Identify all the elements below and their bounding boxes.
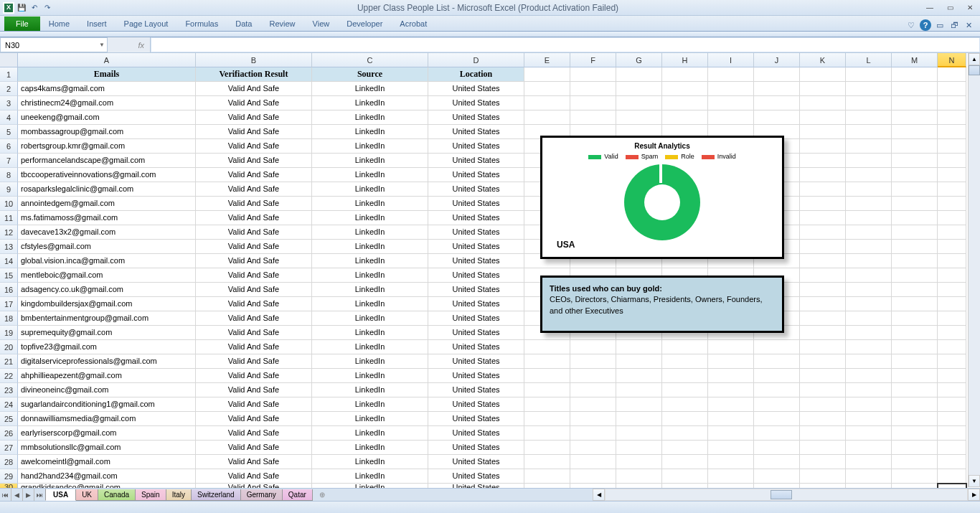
cell-H27[interactable]	[662, 441, 708, 455]
cell-M29[interactable]	[892, 469, 938, 484]
cell-A29[interactable]: hand2hand234@gmail.com	[18, 469, 196, 484]
cell-N23[interactable]	[938, 383, 966, 397]
ribbon-minimize-icon[interactable]: ▭	[934, 19, 946, 31]
row-header-5[interactable]: 5	[0, 125, 18, 139]
row-header-21[interactable]: 21	[0, 354, 18, 369]
cell-F23[interactable]	[570, 383, 616, 397]
cell-F4[interactable]	[570, 110, 616, 125]
cell-A11[interactable]: ms.fatimamoss@gmail.com	[18, 211, 196, 225]
cell-N21[interactable]	[938, 354, 966, 369]
cell-B15[interactable]: Valid And Safe	[196, 268, 312, 283]
cell-C17[interactable]: LinkedIn	[312, 297, 428, 311]
cell-A8[interactable]: tbccooperativeinnovations@gmail.com	[18, 168, 196, 182]
scroll-left-icon[interactable]: ◀	[593, 489, 605, 501]
cell-J27[interactable]	[754, 441, 800, 455]
cell-L8[interactable]	[846, 168, 892, 182]
cell-A6[interactable]: robertsgroup.kmr@gmail.com	[18, 139, 196, 154]
cell-F20[interactable]	[570, 340, 616, 354]
cell-D20[interactable]: United States	[428, 340, 524, 354]
save-icon[interactable]: 💾	[16, 2, 27, 14]
cell-L19[interactable]	[846, 326, 892, 340]
cell-H28[interactable]	[662, 455, 708, 469]
cell-I4[interactable]	[708, 110, 754, 125]
cell-M21[interactable]	[892, 354, 938, 369]
cell-B3[interactable]: Valid And Safe	[196, 96, 312, 110]
tab-data[interactable]: Data	[227, 17, 260, 31]
cell-M22[interactable]	[892, 369, 938, 383]
cell-D7[interactable]: United States	[428, 154, 524, 168]
cell-M18[interactable]	[892, 311, 938, 326]
sheet-tab-qatar[interactable]: Qatar	[282, 489, 313, 501]
cell-H3[interactable]	[662, 96, 708, 110]
sheet-tab-germany[interactable]: Germany	[240, 489, 283, 501]
cell-A14[interactable]: global.vision.inca@gmail.com	[18, 254, 196, 268]
cell-G27[interactable]	[616, 441, 662, 455]
row-header-2[interactable]: 2	[0, 82, 18, 96]
cell-H26[interactable]	[662, 426, 708, 441]
cell-C1[interactable]: Source	[312, 67, 428, 82]
row-header-27[interactable]: 27	[0, 441, 18, 455]
cell-H2[interactable]	[662, 82, 708, 96]
cell-B28[interactable]: Valid And Safe	[196, 455, 312, 469]
info-textbox[interactable]: Titles used who can buy gold: CEOs, Dire…	[540, 276, 784, 333]
cell-L2[interactable]	[846, 82, 892, 96]
cell-K18[interactable]	[800, 311, 846, 326]
cell-C18[interactable]: LinkedIn	[312, 311, 428, 326]
cell-J24[interactable]	[754, 397, 800, 412]
row-header-7[interactable]: 7	[0, 154, 18, 168]
cell-I26[interactable]	[708, 426, 754, 441]
tab-insert[interactable]: Insert	[78, 17, 116, 31]
cell-L9[interactable]	[846, 182, 892, 197]
sheet-next-icon[interactable]: ▶	[23, 489, 34, 502]
cell-L22[interactable]	[846, 369, 892, 383]
cell-N3[interactable]	[938, 96, 966, 110]
cell-C4[interactable]: LinkedIn	[312, 110, 428, 125]
cell-N1[interactable]	[938, 67, 966, 82]
cell-J29[interactable]	[754, 469, 800, 484]
cell-J20[interactable]	[754, 340, 800, 354]
cell-L25[interactable]	[846, 412, 892, 426]
cell-E25[interactable]	[524, 412, 570, 426]
fx-icon[interactable]: fx	[108, 37, 151, 52]
cell-F28[interactable]	[570, 455, 616, 469]
cell-L28[interactable]	[846, 455, 892, 469]
cell-K17[interactable]	[800, 297, 846, 311]
cell-I23[interactable]	[708, 383, 754, 397]
row-header-15[interactable]: 15	[0, 268, 18, 283]
cell-I3[interactable]	[708, 96, 754, 110]
cell-L24[interactable]	[846, 397, 892, 412]
row-header-26[interactable]: 26	[0, 426, 18, 441]
cell-B9[interactable]: Valid And Safe	[196, 182, 312, 197]
cell-G23[interactable]	[616, 383, 662, 397]
cell-M23[interactable]	[892, 383, 938, 397]
cell-A15[interactable]: mentleboic@gmail.com	[18, 268, 196, 283]
cell-A22[interactable]: ahphillieapezent@gmail.com	[18, 369, 196, 383]
cell-K9[interactable]	[800, 182, 846, 197]
sheet-tab-usa[interactable]: USA	[45, 489, 76, 501]
col-header-M[interactable]: M	[892, 53, 938, 67]
cell-H24[interactable]	[662, 397, 708, 412]
col-header-J[interactable]: J	[754, 53, 800, 67]
cell-N12[interactable]	[938, 225, 966, 240]
cell-A19[interactable]: supremequity@gmail.com	[18, 326, 196, 340]
cell-A3[interactable]: christinecm24@gmail.com	[18, 96, 196, 110]
tab-home[interactable]: Home	[40, 17, 78, 31]
col-header-F[interactable]: F	[570, 53, 616, 67]
cell-A1[interactable]: Emails	[18, 67, 196, 82]
row-header-19[interactable]: 19	[0, 326, 18, 340]
redo-icon[interactable]: ↷	[42, 2, 53, 14]
cell-B17[interactable]: Valid And Safe	[196, 297, 312, 311]
cell-C6[interactable]: LinkedIn	[312, 139, 428, 154]
cell-F3[interactable]	[570, 96, 616, 110]
cell-N17[interactable]	[938, 297, 966, 311]
cell-D17[interactable]: United States	[428, 297, 524, 311]
cell-G29[interactable]	[616, 469, 662, 484]
tab-formulas[interactable]: Formulas	[176, 17, 227, 31]
cell-J2[interactable]	[754, 82, 800, 96]
cell-K24[interactable]	[800, 397, 846, 412]
cell-K7[interactable]	[800, 154, 846, 168]
cell-M12[interactable]	[892, 225, 938, 240]
cell-B18[interactable]: Valid And Safe	[196, 311, 312, 326]
cell-F2[interactable]	[570, 82, 616, 96]
cell-C15[interactable]: LinkedIn	[312, 268, 428, 283]
